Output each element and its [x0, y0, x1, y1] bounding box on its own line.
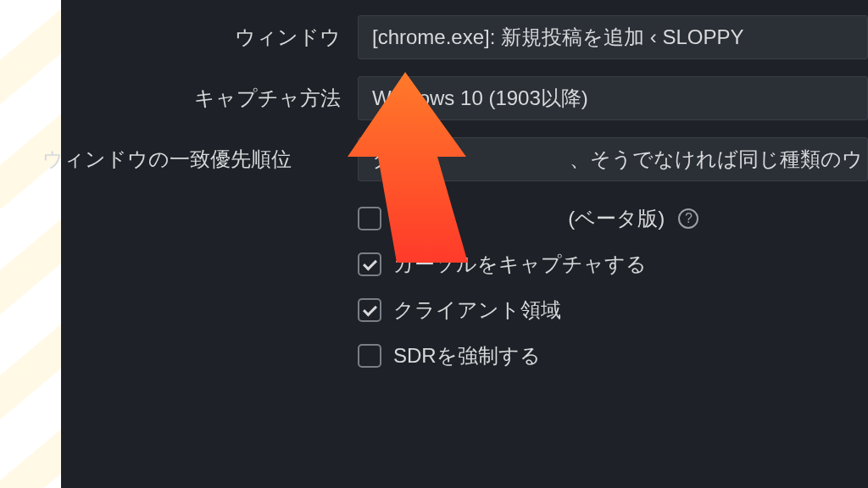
checkbox-client-area[interactable]: クライアント領域 [358, 297, 868, 324]
select-match-priority[interactable]: タイ 、そうでなければ同じ種類のウィ [358, 137, 868, 181]
select-window[interactable]: [chrome.exe]: 新規投稿を追加 ‹ SLOPPY [358, 15, 868, 59]
label-match-priority: ウィンドウの一致優先順位 [12, 146, 292, 173]
select-match-priority-value-left: タイ [372, 147, 415, 170]
checkbox-group: 音声を (ベータ版) ? カーソルをキャプチャする クライアント領域 SDRを強… [358, 205, 868, 369]
row-match-priority: ウィンドウの一致優先順位 タイ 、そうでなければ同じ種類のウィ [61, 137, 868, 181]
checkbox-box-capture-audio[interactable] [358, 207, 381, 230]
row-window: ウィンドウ [chrome.exe]: 新規投稿を追加 ‹ SLOPPY [61, 15, 868, 59]
select-capture-method[interactable]: Windows 10 (1903以降) [358, 76, 868, 120]
checkbox-label-capture-cursor: カーソルをキャプチャする [393, 251, 647, 278]
select-match-priority-value-right: 、そうでなければ同じ種類のウィ [570, 147, 868, 170]
form-rows: ウィンドウ [chrome.exe]: 新規投稿を追加 ‹ SLOPPY キャプ… [61, 0, 868, 369]
checkbox-label-client-area: クライアント領域 [393, 297, 561, 324]
checkbox-box-client-area[interactable] [358, 298, 381, 322]
settings-panel: ウィンドウ [chrome.exe]: 新規投稿を追加 ‹ SLOPPY キャプ… [61, 0, 868, 488]
label-window: ウィンドウ [61, 24, 341, 51]
checkbox-capture-cursor[interactable]: カーソルをキャプチャする [358, 251, 868, 278]
row-capture-method: キャプチャ方法 Windows 10 (1903以降) [61, 76, 868, 120]
checkbox-force-sdr[interactable]: SDRを強制する [358, 342, 868, 369]
checkbox-label-capture-audio-right: (ベータ版) [568, 207, 665, 230]
checkbox-label-force-sdr: SDRを強制する [393, 342, 541, 369]
label-capture-method: キャプチャ方法 [61, 85, 341, 112]
checkbox-box-capture-cursor[interactable] [358, 252, 381, 276]
help-icon[interactable]: ? [678, 208, 698, 229]
checkbox-capture-audio[interactable]: 音声を (ベータ版) ? [358, 205, 868, 232]
checkbox-box-force-sdr[interactable] [358, 344, 381, 368]
checkbox-label-capture-audio-left: 音声を [393, 207, 455, 230]
